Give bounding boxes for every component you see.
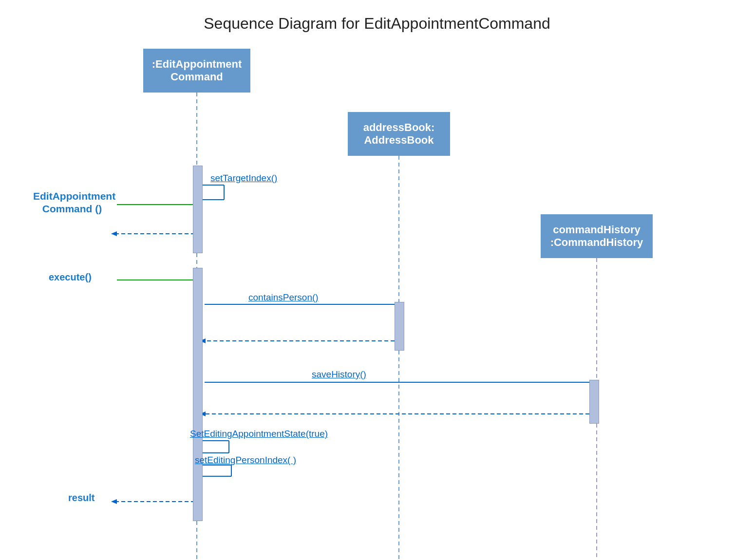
lifeline-box-addressbook: addressBook:AddressBook: [348, 112, 450, 156]
msg-label-seteditingpersonindex: setEditingPersonIndex( ): [195, 455, 296, 466]
activation-box-addressbook: [395, 302, 404, 351]
svg-marker-15: [111, 231, 117, 236]
activation-box-cmdhistory: [589, 380, 599, 424]
diagram-container: Sequence Diagram for EditAppointmentComm…: [0, 0, 754, 560]
msg-label-savehistory: saveHistory(): [312, 369, 366, 380]
actor-label-editappcmd: EditAppointmentCommand (): [33, 190, 111, 216]
lifeline-box-editappcmd: :EditAppointmentCommand: [143, 49, 250, 93]
msg-label-containsperson: containsPerson(): [248, 292, 319, 303]
arrows-svg: [0, 0, 754, 560]
activation-box-editappcmd-1: [193, 166, 203, 253]
lifeline-box-cmdhistory: commandHistory:CommandHistory: [541, 214, 653, 258]
msg-label-seteditingstate: SetEditingAppointmentState(true): [190, 429, 328, 439]
msg-label-settargetindex: setTargetIndex(): [210, 173, 277, 184]
lifeline-label-cmdhistory: commandHistory:CommandHistory: [550, 224, 643, 249]
activation-box-editappcmd-2: [193, 268, 203, 521]
actor-label-result: result: [68, 492, 117, 504]
actor-label-execute: execute(): [49, 271, 112, 283]
page-title: Sequence Diagram for EditAppointmentComm…: [0, 0, 754, 33]
lifeline-label-editappcmd: :EditAppointmentCommand: [152, 58, 242, 83]
lifeline-label-addressbook: addressBook:AddressBook: [363, 121, 435, 147]
